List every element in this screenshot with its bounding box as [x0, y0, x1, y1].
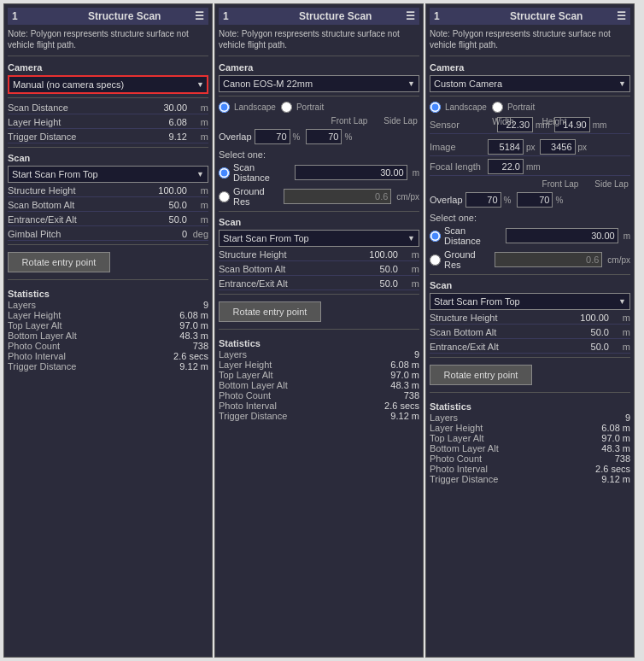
focal-input-3[interactable] [488, 159, 524, 174]
stat-bottom-layer-alt-1: Bottom Layer Alt 48.3 m [8, 330, 208, 341]
structure-height-label-3: Structure Height [430, 313, 568, 323]
scan-bottom-alt-row-1: Scan Bottom Alt 50.0 m [8, 199, 208, 212]
scan-bottom-alt-value-1: 50.0 [146, 200, 187, 210]
landscape-radio-3[interactable]: Landscape [430, 102, 487, 113]
ground-res-radio-2[interactable] [219, 191, 230, 202]
front-lap-label-2: Front Lap [331, 116, 368, 126]
stat-photo-count-2: Photo Count 738 [219, 390, 419, 401]
overlap-side-input-3[interactable] [517, 192, 553, 208]
menu-icon-1[interactable]: ☰ [195, 10, 204, 22]
layer-height-row-1: Layer Height 6.08 m [8, 116, 208, 129]
overlap-front-input-3[interactable] [465, 192, 501, 208]
scan-dropdown-2[interactable]: Start Scan From Top [219, 230, 419, 247]
entrance-exit-alt-row-1: Entrance/Exit Alt 50.0 m [8, 214, 208, 226]
panel-3-header: 1 Structure Scan ☰ [430, 8, 630, 25]
scan-dropdown-3[interactable]: Start Scan From Top [430, 293, 630, 310]
statistics-label-1: Statistics [8, 289, 208, 299]
panel-1-title: Structure Scan [88, 10, 161, 22]
entrance-exit-alt-unit-1: m [190, 214, 208, 225]
ground-res-radio-label-3: Ground Res [444, 249, 488, 270]
panel-3-statistics: Statistics Layers 9 Layer Height 6.08 m … [430, 399, 630, 484]
structure-height-value-2: 100.00 [357, 249, 398, 260]
panel-2-title: Structure Scan [299, 10, 372, 22]
sensor-label-3: Sensor [430, 120, 485, 130]
panel-1: 1 Structure Scan ☰ Note: Polygon respres… [3, 3, 213, 658]
menu-icon-2[interactable]: ☰ [406, 10, 415, 22]
layer-height-value-1: 6.08 [146, 117, 187, 127]
scan-distance-input-3[interactable] [506, 228, 618, 243]
scan-distance-row-1: Scan Distance 30.00 m [8, 102, 208, 114]
scan-select-2[interactable]: Start Scan From Top [219, 230, 419, 247]
scan-distance-radio-label-2: Scan Distance [233, 162, 288, 183]
sensor-height-input-3[interactable] [554, 117, 590, 132]
menu-icon-3[interactable]: ☰ [617, 10, 626, 22]
select-one-label-2: Select one: [219, 149, 419, 160]
entrance-exit-alt-row-2: Entrance/Exit Alt 50.0 m [219, 278, 419, 290]
scan-distance-select-3: Scan Distance m [430, 225, 630, 247]
overlap-front-input-2[interactable] [255, 129, 290, 144]
panel-3-number: 1 [434, 10, 440, 22]
panel-3-title: Structure Scan [510, 10, 583, 22]
scan-select-1[interactable]: Start Scan From Top [8, 166, 208, 183]
stat-photo-interval-3: Photo Interval 2.6 secs [430, 464, 630, 474]
ground-res-radio-3[interactable] [430, 254, 441, 266]
rotate-entry-button-2[interactable]: Rotate entry point [219, 301, 321, 322]
stat-bottom-layer-alt-3: Bottom Layer Alt 48.3 m [430, 443, 630, 453]
scan-distance-radio-3[interactable] [430, 231, 441, 242]
rotate-entry-button-3[interactable]: Rotate entry point [430, 365, 532, 385]
panel-3-scan-label: Scan [430, 280, 630, 290]
camera-dropdown-1[interactable]: Manual (no camera specs) Custom Camera C… [8, 75, 208, 94]
image-width-input-3[interactable] [488, 139, 524, 155]
stat-layers-3: Layers 9 [430, 412, 630, 423]
entrance-exit-alt-label-3: Entrance/Exit Alt [430, 342, 568, 352]
orientation-group-2: Landscape Portrait [219, 100, 419, 114]
stat-photo-interval-1: Photo Interval 2.6 secs [8, 351, 208, 361]
camera-select-2[interactable]: Manual (no camera specs) Canon EOS-M 22m… [219, 75, 419, 92]
camera-select-3[interactable]: Manual (no camera specs) Custom Camera C… [430, 75, 630, 92]
stat-photo-interval-2: Photo Interval 2.6 secs [219, 401, 419, 411]
camera-dropdown-3[interactable]: Manual (no camera specs) Custom Camera C… [430, 75, 630, 92]
scan-bottom-alt-unit-2: m [401, 264, 419, 274]
camera-select-1[interactable]: Manual (no camera specs) Custom Camera C… [8, 75, 208, 94]
scan-distance-label-1: Scan Distance [8, 102, 146, 113]
stat-top-layer-alt-3: Top Layer Alt 97.0 m [430, 433, 630, 443]
trigger-distance-row-1: Trigger Distance 9.12 m [8, 131, 208, 143]
side-lap-label-2: Side Lap [382, 116, 419, 126]
landscape-radio-2[interactable]: Landscape [219, 102, 276, 113]
stat-layer-height-3: Layer Height 6.08 m [430, 423, 630, 433]
focal-label-3: Focal length [430, 161, 485, 172]
scan-distance-radio-2[interactable] [219, 167, 230, 178]
panel-3: 1 Structure Scan ☰ Note: Polygon respres… [425, 3, 635, 658]
scan-select-3[interactable]: Start Scan From Top [430, 293, 630, 310]
structure-height-value-3: 100.00 [568, 313, 609, 323]
side-lap-label-3: Side Lap [593, 179, 630, 189]
rotate-entry-button-1[interactable]: Rotate entry point [8, 252, 110, 272]
portrait-radio-3[interactable]: Portrait [492, 102, 535, 113]
camera-dropdown-2[interactable]: Manual (no camera specs) Canon EOS-M 22m… [219, 75, 419, 92]
panel-1-statistics: Statistics Layers 9 Layer Height 6.08 m … [8, 286, 208, 371]
panel-2-camera-label: Camera [219, 62, 419, 73]
overlap-label-3: Overlap [430, 195, 463, 205]
scan-dropdown-1[interactable]: Start Scan From Top [8, 166, 208, 183]
sensor-width-input-3[interactable] [497, 117, 533, 132]
gimbal-pitch-label-1: Gimbal Pitch [8, 229, 146, 239]
ground-res-input-3[interactable] [495, 252, 602, 267]
overlap-side-input-2[interactable] [306, 129, 342, 144]
portrait-radio-2[interactable]: Portrait [281, 102, 324, 113]
stat-layer-height-2: Layer Height 6.08 m [219, 360, 419, 370]
scan-distance-input-2[interactable] [295, 165, 407, 180]
entrance-exit-alt-value-1: 50.0 [146, 214, 187, 225]
overlap-row-3: Overlap % % [430, 190, 630, 209]
panel-2-note: Note: Polygon respresents structure surf… [219, 26, 419, 52]
scan-bottom-alt-label-2: Scan Bottom Alt [219, 264, 357, 274]
ground-res-input-2[interactable] [284, 189, 391, 204]
image-height-input-3[interactable] [540, 139, 576, 155]
panel-1-scan-label: Scan [8, 153, 208, 163]
entrance-exit-alt-value-2: 50.0 [357, 278, 398, 289]
scan-bottom-alt-value-2: 50.0 [357, 264, 398, 274]
overlap-label-2: Overlap [219, 132, 252, 142]
stat-bottom-layer-alt-2: Bottom Layer Alt 48.3 m [219, 380, 419, 390]
trigger-distance-unit-1: m [190, 132, 208, 142]
panel-1-camera-label: Camera [8, 62, 208, 73]
stat-trigger-distance-2: Trigger Distance 9.12 m [219, 411, 419, 421]
